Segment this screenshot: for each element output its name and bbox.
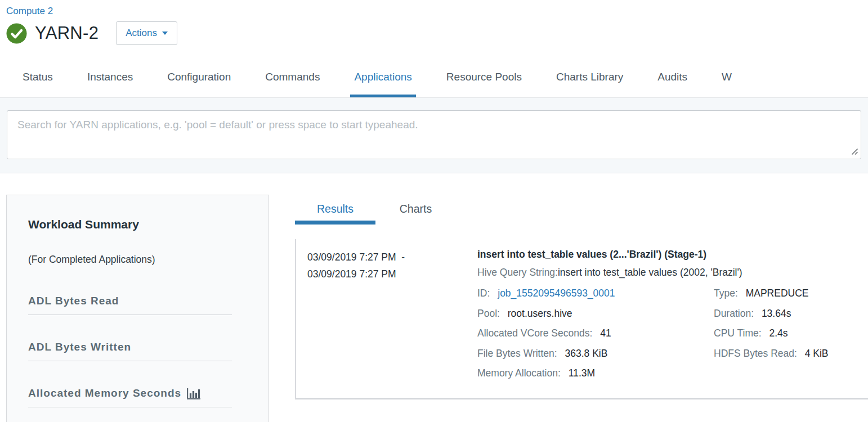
attribute-label: Type:: [714, 288, 738, 299]
attribute-duration: Duration: 13.64s: [714, 304, 868, 324]
workload-summary-title: Workload Summary: [28, 218, 247, 231]
tab-audits[interactable]: Audits: [657, 56, 687, 97]
tab-instances[interactable]: Instances: [87, 56, 133, 97]
chevron-down-icon: [162, 32, 168, 35]
attribute-cpu-time: CPU Time: 2.4s: [714, 324, 868, 344]
tab-charts[interactable]: Charts: [375, 195, 456, 225]
actions-button[interactable]: Actions: [116, 21, 177, 45]
application-search-section: [0, 98, 868, 173]
attribute-memory-allocation: Memory Allocation: 11.3M: [477, 363, 714, 384]
start-time: 03/09/2019 7:27 PM: [307, 252, 396, 263]
attribute-file-bytes-written: File Bytes Written: 363.8 KiB: [477, 344, 714, 364]
attributes-right-column: Type: MAPREDUCE Duration: 13.64s CPU Tim…: [714, 284, 868, 384]
tab-results[interactable]: Results: [295, 195, 375, 225]
metric-label: ADL Bytes Written: [28, 341, 131, 353]
metric-label: ADL Bytes Read: [28, 295, 119, 307]
metric-list: ADL Bytes Read ADL Bytes Written Allocat…: [28, 295, 247, 407]
page-title: YARN-2: [35, 23, 99, 43]
main-content: Workload Summary (For Completed Applicat…: [0, 195, 868, 422]
attribute-label: HDFS Bytes Read:: [714, 348, 797, 359]
metric-allocated-memory-seconds[interactable]: Allocated Memory Seconds: [28, 387, 232, 407]
breadcrumb-compute-link[interactable]: Compute 2: [6, 6, 53, 17]
attribute-value: 11.3M: [569, 367, 595, 379]
application-details: insert into test_table values (2...'Braz…: [467, 249, 868, 398]
attribute-pool: Pool: root.users.hive: [477, 304, 714, 324]
application-time-range: 03/09/2019 7:27 PM - 03/09/2019 7:27 PM: [307, 249, 467, 398]
attribute-label: Duration:: [714, 308, 754, 319]
metric-adl-bytes-written[interactable]: ADL Bytes Written: [28, 341, 232, 361]
health-check-icon: [6, 23, 27, 44]
service-header: YARN-2 Actions: [6, 20, 868, 47]
applications-results-panel: Results Charts 03/09/2019 7:27 PM - 03/0…: [295, 195, 868, 399]
hive-query-value: insert into test_table values (2002, 'Br…: [558, 267, 742, 278]
time-separator: -: [401, 252, 405, 263]
attribute-label: Pool:: [477, 308, 500, 319]
search-input[interactable]: [7, 110, 861, 159]
attribute-hdfs-bytes-read: HDFS Bytes Read: 4 KiB: [714, 344, 868, 364]
metric-adl-bytes-read[interactable]: ADL Bytes Read: [28, 295, 232, 315]
attribute-value: MAPREDUCE: [746, 288, 809, 299]
attribute-allocated-vcore-seconds: Allocated VCore Seconds: 41: [477, 324, 714, 344]
attribute-label: Allocated VCore Seconds:: [477, 327, 592, 339]
tab-resource-pools[interactable]: Resource Pools: [446, 56, 522, 97]
attribute-value: 4 KiB: [805, 348, 829, 359]
hive-query-row: Hive Query String:insert into test_table…: [477, 267, 868, 279]
attribute-id: ID: job_1552095496593_0001: [477, 284, 714, 304]
job-id-link[interactable]: job_1552095496593_0001: [498, 288, 615, 299]
attribute-value: 363.8 KiB: [565, 348, 608, 359]
tab-status[interactable]: Status: [23, 56, 53, 97]
tab-truncated[interactable]: W: [722, 56, 732, 97]
bar-chart-icon: [187, 388, 200, 399]
service-tab-bar: Status Instances Configuration Commands …: [0, 56, 868, 98]
end-time: 03/09/2019 7:27 PM: [307, 268, 396, 280]
attribute-value: 13.64s: [762, 308, 791, 319]
workload-summary-subtitle: (For Completed Applications): [28, 254, 247, 266]
attribute-label: CPU Time:: [714, 327, 762, 339]
actions-button-label: Actions: [126, 28, 157, 39]
resize-handle-icon[interactable]: [850, 147, 858, 155]
attribute-type: Type: MAPREDUCE: [714, 284, 868, 304]
tab-configuration[interactable]: Configuration: [167, 56, 231, 97]
tab-commands[interactable]: Commands: [265, 56, 320, 97]
attribute-value: root.users.hive: [508, 308, 572, 319]
tab-applications[interactable]: Applications: [354, 56, 411, 97]
attribute-label: Memory Allocation:: [477, 367, 561, 379]
application-title: insert into test_table values (2...'Braz…: [477, 249, 868, 261]
attributes-left-column: ID: job_1552095496593_0001 Pool: root.us…: [477, 284, 714, 384]
attribute-value: 41: [600, 327, 611, 339]
application-attributes: ID: job_1552095496593_0001 Pool: root.us…: [477, 284, 868, 384]
hive-query-label: Hive Query String:: [477, 267, 558, 278]
tab-charts-library[interactable]: Charts Library: [556, 56, 623, 97]
attribute-label: ID:: [477, 288, 490, 299]
attribute-value: 2.4s: [769, 327, 788, 339]
results-tab-bar: Results Charts: [295, 195, 868, 225]
attribute-label: File Bytes Written:: [477, 348, 557, 359]
workload-summary-panel: Workload Summary (For Completed Applicat…: [6, 195, 269, 422]
metric-label: Allocated Memory Seconds: [28, 387, 181, 399]
application-result-row[interactable]: 03/09/2019 7:27 PM - 03/09/2019 7:27 PM …: [295, 239, 868, 399]
